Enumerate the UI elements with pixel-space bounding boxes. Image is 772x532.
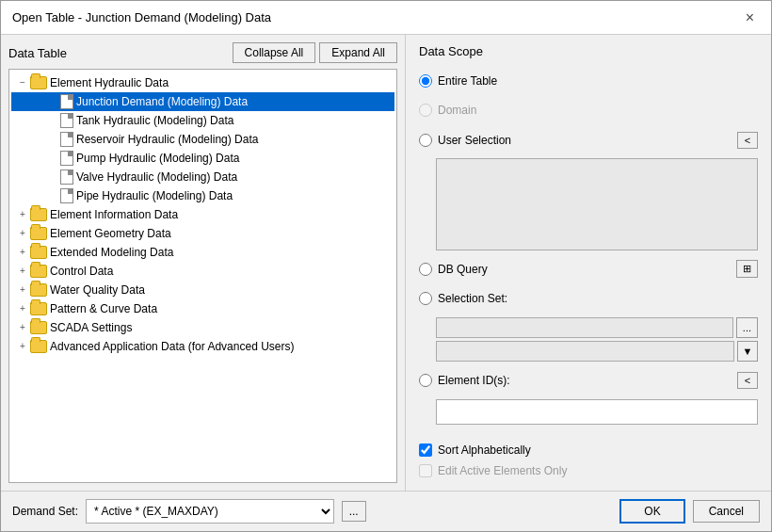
selection-set-label[interactable]: Selection Set: xyxy=(438,292,507,305)
selection-set-radio[interactable] xyxy=(419,292,432,305)
folder-icon xyxy=(30,283,47,297)
left-panel-header: Data Table Collapse All Expand All xyxy=(8,42,397,63)
tree-item-label: Water Quality Data xyxy=(50,281,145,299)
tree-item-label: Control Data xyxy=(50,262,113,281)
open-table-dialog: Open Table - Junction Demand (Modeling) … xyxy=(0,0,772,532)
tree-item-advanced-application[interactable]: +Advanced Application Data (for Advanced… xyxy=(11,337,394,356)
data-scope-title: Data Scope xyxy=(419,44,758,58)
folder-icon xyxy=(30,340,47,353)
domain-label: Domain xyxy=(438,104,476,117)
element-ids-label[interactable]: Element ID(s): xyxy=(438,374,510,387)
tree-item-label: Reservoir Hydraulic (Modeling) Data xyxy=(76,130,258,149)
data-table-title: Data Table xyxy=(8,46,67,60)
tree-item-control-data[interactable]: +Control Data xyxy=(11,262,394,281)
tree-item-junction-demand[interactable]: Junction Demand (Modeling) Data xyxy=(11,92,394,111)
expand-icon[interactable]: + xyxy=(15,320,30,335)
folder-icon xyxy=(30,208,47,221)
edit-active-checkbox xyxy=(419,464,432,477)
left-panel: Data Table Collapse All Expand All −Elem… xyxy=(1,35,406,491)
tree-item-label: Junction Demand (Modeling) Data xyxy=(76,92,248,111)
selection-set-dropdown-button[interactable]: ▼ xyxy=(737,341,758,362)
domain-row: Domain xyxy=(419,99,758,121)
folder-icon xyxy=(30,76,47,89)
db-query-button[interactable]: ⊞ xyxy=(736,260,758,278)
doc-icon xyxy=(60,151,73,166)
cancel-button[interactable]: Cancel xyxy=(693,500,760,523)
tree-item-valve-hydraulic[interactable]: Valve Hydraulic (Modeling) Data xyxy=(11,168,394,186)
element-ids-area[interactable] xyxy=(436,399,758,425)
doc-icon xyxy=(60,132,73,147)
tree-item-element-geometry[interactable]: +Element Geometry Data xyxy=(11,224,394,243)
expand-icon[interactable]: + xyxy=(15,264,30,279)
tree-item-label: SCADA Settings xyxy=(50,318,132,337)
expand-icon[interactable]: + xyxy=(15,282,30,298)
user-selection-button[interactable]: < xyxy=(737,132,758,149)
db-query-row: DB Query ⊞ xyxy=(419,258,758,280)
sort-alphabetically-label[interactable]: Sort Alphabetically xyxy=(438,443,531,457)
tree-item-label: Element Geometry Data xyxy=(50,224,171,243)
selection-set-row: Selection Set: xyxy=(419,288,758,310)
element-ids-radio[interactable] xyxy=(419,374,432,387)
tree-item-scada-settings[interactable]: +SCADA Settings xyxy=(11,318,394,337)
entire-table-radio[interactable] xyxy=(419,74,432,88)
db-query-label[interactable]: DB Query xyxy=(438,263,488,276)
entire-table-label[interactable]: Entire Table xyxy=(438,74,497,88)
demand-set-label: Demand Set: xyxy=(12,505,78,518)
selection-set-input[interactable] xyxy=(436,317,733,338)
selection-set-browse-button[interactable]: ... xyxy=(736,317,758,338)
tree-item-label: Pattern & Curve Data xyxy=(50,299,157,318)
sort-alphabetically-checkbox[interactable] xyxy=(419,443,432,457)
selection-set-controls: ... xyxy=(436,317,758,338)
tree-item-element-information[interactable]: +Element Information Data xyxy=(11,205,394,224)
expand-icon[interactable]: + xyxy=(15,226,30,241)
title-bar: Open Table - Junction Demand (Modeling) … xyxy=(1,1,771,35)
selection-set-dropdown-row: ▼ xyxy=(436,341,758,362)
edit-active-row: Edit Active Elements Only xyxy=(419,460,758,481)
expand-icon[interactable]: + xyxy=(15,207,30,222)
tree-item-pattern-curve[interactable]: +Pattern & Curve Data xyxy=(11,299,394,318)
expand-all-button[interactable]: Expand All xyxy=(319,42,397,63)
expand-icon[interactable]: + xyxy=(15,339,30,354)
user-selection-label[interactable]: User Selection xyxy=(438,134,511,147)
tree-container[interactable]: −Element Hydraulic DataJunction Demand (… xyxy=(8,69,397,483)
demand-set-browse-button[interactable]: ... xyxy=(342,501,366,522)
doc-icon xyxy=(60,188,73,203)
folder-icon xyxy=(30,321,47,334)
user-selection-radio[interactable] xyxy=(419,134,432,147)
user-selection-area xyxy=(436,158,758,250)
tree-item-pipe-hydraulic[interactable]: Pipe Hydraulic (Modeling) Data xyxy=(11,186,394,205)
tree-item-water-quality[interactable]: +Water Quality Data xyxy=(11,281,394,299)
user-selection-row: User Selection < xyxy=(419,129,758,151)
selection-set-value xyxy=(436,341,734,362)
doc-icon xyxy=(60,169,73,185)
expand-icon[interactable]: − xyxy=(15,75,30,90)
dialog-title: Open Table - Junction Demand (Modeling) … xyxy=(12,10,271,24)
ok-button[interactable]: OK xyxy=(619,499,684,524)
doc-icon xyxy=(60,113,73,128)
domain-radio xyxy=(419,104,432,117)
tree-item-element-hydraulic[interactable]: −Element Hydraulic Data xyxy=(11,73,394,92)
tree-item-label: Pump Hydraulic (Modeling) Data xyxy=(76,149,239,168)
sort-alphabetically-row: Sort Alphabetically xyxy=(419,440,758,460)
folder-icon xyxy=(30,265,47,278)
tree-item-label: Element Information Data xyxy=(50,205,178,224)
checkboxes-area: Sort Alphabetically Edit Active Elements… xyxy=(419,440,758,481)
expand-icon[interactable]: + xyxy=(15,301,30,316)
expand-icon[interactable]: + xyxy=(15,245,30,260)
entire-table-row: Entire Table xyxy=(419,70,758,91)
dialog-body: Data Table Collapse All Expand All −Elem… xyxy=(1,35,771,491)
edit-active-label: Edit Active Elements Only xyxy=(438,464,567,477)
tree-item-pump-hydraulic[interactable]: Pump Hydraulic (Modeling) Data xyxy=(11,149,394,168)
collapse-all-button[interactable]: Collapse All xyxy=(233,42,316,63)
doc-icon xyxy=(60,94,73,109)
close-button[interactable]: × xyxy=(740,8,760,27)
demand-set-select[interactable]: * Active * (EX_MAXDAY) xyxy=(86,499,334,524)
element-ids-button[interactable]: < xyxy=(737,372,758,389)
db-query-radio[interactable] xyxy=(419,263,432,276)
tree-item-reservoir-hydraulic[interactable]: Reservoir Hydraulic (Modeling) Data xyxy=(11,130,394,149)
tree-item-tank-hydraulic[interactable]: Tank Hydraulic (Modeling) Data xyxy=(11,111,394,130)
folder-icon xyxy=(30,227,47,240)
tree-item-extended-modeling[interactable]: +Extended Modeling Data xyxy=(11,243,394,262)
dialog-footer: Demand Set: * Active * (EX_MAXDAY) ... O… xyxy=(1,491,771,531)
tree-item-label: Valve Hydraulic (Modeling) Data xyxy=(76,168,237,186)
